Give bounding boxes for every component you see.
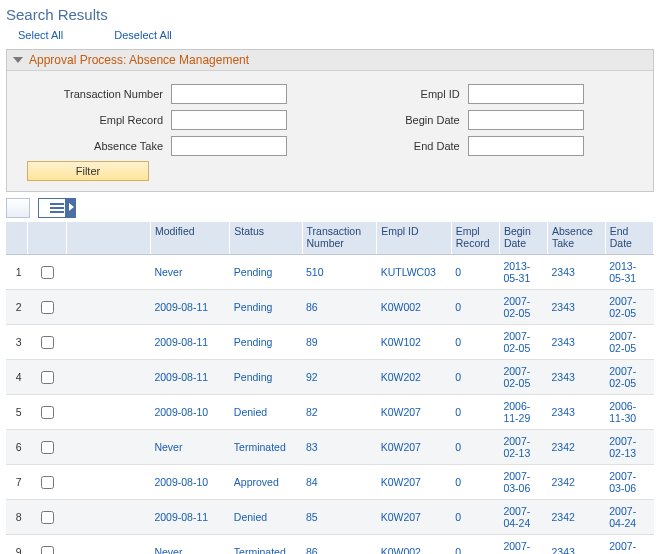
cell-empl-id[interactable]: KUTLWC03 xyxy=(377,255,452,290)
cell-absence-take[interactable]: 2342 xyxy=(548,500,606,535)
cell-modified[interactable]: Never xyxy=(150,535,229,555)
cell-absence-take[interactable]: 2343 xyxy=(548,255,606,290)
cell-status[interactable]: Terminated xyxy=(230,535,302,555)
cell-empl-id[interactable]: K0W207 xyxy=(377,395,452,430)
cell-empl-id[interactable]: K0W202 xyxy=(377,360,452,395)
cell-begin-date[interactable]: 2007-02-05 xyxy=(499,290,547,325)
cell-end-date[interactable]: 2013-05-31 xyxy=(605,255,653,290)
row-checkbox[interactable] xyxy=(41,476,54,489)
section-header[interactable]: Approval Process: Absence Management xyxy=(7,50,653,71)
table-row[interactable]: 32009-08-11Pending89K0W10202007-02-05234… xyxy=(6,325,654,360)
cell-empl-record[interactable]: 0 xyxy=(451,500,499,535)
table-row[interactable]: 82009-08-11Denied85K0W20702007-04-242342… xyxy=(6,500,654,535)
col-modified[interactable]: Modified xyxy=(150,222,229,255)
table-row[interactable]: 9NeverTerminated86K0W00202007-02-0523432… xyxy=(6,535,654,555)
cell-absence-take[interactable]: 2343 xyxy=(548,395,606,430)
cell-status[interactable]: Pending xyxy=(230,290,302,325)
cell-absence-take[interactable]: 2343 xyxy=(548,325,606,360)
cell-begin-date[interactable]: 2007-02-05 xyxy=(499,360,547,395)
cell-empl-id[interactable]: K0W207 xyxy=(377,500,452,535)
cell-modified[interactable]: Never xyxy=(150,255,229,290)
col-empl-record[interactable]: Empl Record xyxy=(451,222,499,255)
cell-transaction-number[interactable]: 86 xyxy=(302,290,377,325)
row-checkbox[interactable] xyxy=(41,266,54,279)
view-columns-button[interactable] xyxy=(38,198,76,218)
cell-begin-date[interactable]: 2007-02-05 xyxy=(499,535,547,555)
table-row[interactable]: 6NeverTerminated83K0W20702007-02-1323422… xyxy=(6,430,654,465)
cell-begin-date[interactable]: 2006-11-29 xyxy=(499,395,547,430)
cell-status[interactable]: Terminated xyxy=(230,430,302,465)
col-end-date[interactable]: End Date xyxy=(605,222,653,255)
absence-take-input[interactable] xyxy=(171,136,287,156)
cell-status[interactable]: Denied xyxy=(230,500,302,535)
cell-empl-record[interactable]: 0 xyxy=(451,255,499,290)
cell-begin-date[interactable]: 2007-03-06 xyxy=(499,465,547,500)
row-checkbox[interactable] xyxy=(41,336,54,349)
cell-end-date[interactable]: 2007-02-05 xyxy=(605,290,653,325)
cell-transaction-number[interactable]: 89 xyxy=(302,325,377,360)
cell-transaction-number[interactable]: 83 xyxy=(302,430,377,465)
cell-end-date[interactable]: 2007-02-05 xyxy=(605,325,653,360)
row-checkbox[interactable] xyxy=(41,371,54,384)
cell-empl-record[interactable]: 0 xyxy=(451,325,499,360)
cell-end-date[interactable]: 2007-04-24 xyxy=(605,500,653,535)
col-empl-id[interactable]: Empl ID xyxy=(377,222,452,255)
cell-absence-take[interactable]: 2342 xyxy=(548,430,606,465)
cell-modified[interactable]: 2009-08-11 xyxy=(150,500,229,535)
row-checkbox[interactable] xyxy=(41,406,54,419)
transaction-number-input[interactable] xyxy=(171,84,287,104)
cell-empl-id[interactable]: K0W207 xyxy=(377,465,452,500)
begin-date-input[interactable] xyxy=(468,110,584,130)
cell-status[interactable]: Pending xyxy=(230,360,302,395)
cell-absence-take[interactable]: 2343 xyxy=(548,360,606,395)
col-transaction-number[interactable]: Transaction Number xyxy=(302,222,377,255)
cell-end-date[interactable]: 2006-11-30 xyxy=(605,395,653,430)
cell-begin-date[interactable]: 2007-04-24 xyxy=(499,500,547,535)
cell-absence-take[interactable]: 2342 xyxy=(548,465,606,500)
cell-empl-record[interactable]: 0 xyxy=(451,430,499,465)
cell-begin-date[interactable]: 2007-02-05 xyxy=(499,325,547,360)
cell-empl-id[interactable]: K0W002 xyxy=(377,290,452,325)
cell-empl-id[interactable]: K0W207 xyxy=(377,430,452,465)
cell-transaction-number[interactable]: 92 xyxy=(302,360,377,395)
cell-end-date[interactable]: 2007-02-05 xyxy=(605,360,653,395)
cell-modified[interactable]: 2009-08-10 xyxy=(150,465,229,500)
select-toggle-button[interactable] xyxy=(6,198,30,218)
table-row[interactable]: 52009-08-10Denied82K0W20702006-11-292343… xyxy=(6,395,654,430)
cell-empl-record[interactable]: 0 xyxy=(451,465,499,500)
cell-modified[interactable]: 2009-08-11 xyxy=(150,360,229,395)
cell-end-date[interactable]: 2007-02-13 xyxy=(605,430,653,465)
cell-status[interactable]: Approved xyxy=(230,465,302,500)
col-absence-take[interactable]: Absence Take xyxy=(548,222,606,255)
cell-empl-record[interactable]: 0 xyxy=(451,360,499,395)
cell-empl-record[interactable]: 0 xyxy=(451,395,499,430)
empl-record-input[interactable] xyxy=(171,110,287,130)
cell-status[interactable]: Pending xyxy=(230,325,302,360)
filter-button[interactable]: Filter xyxy=(27,161,149,181)
cell-end-date[interactable]: 2007-02-05 xyxy=(605,535,653,555)
row-checkbox[interactable] xyxy=(41,546,54,555)
cell-modified[interactable]: 2009-08-11 xyxy=(150,325,229,360)
cell-absence-take[interactable]: 2343 xyxy=(548,290,606,325)
cell-empl-id[interactable]: K0W102 xyxy=(377,325,452,360)
deselect-all-link[interactable]: Deselect All xyxy=(114,29,171,41)
row-checkbox[interactable] xyxy=(41,441,54,454)
select-all-link[interactable]: Select All xyxy=(18,29,63,41)
table-row[interactable]: 42009-08-11Pending92K0W20202007-02-05234… xyxy=(6,360,654,395)
cell-end-date[interactable]: 2007-03-06 xyxy=(605,465,653,500)
cell-transaction-number[interactable]: 510 xyxy=(302,255,377,290)
table-row[interactable]: 22009-08-11Pending86K0W00202007-02-05234… xyxy=(6,290,654,325)
cell-transaction-number[interactable]: 86 xyxy=(302,535,377,555)
cell-transaction-number[interactable]: 84 xyxy=(302,465,377,500)
col-status[interactable]: Status xyxy=(230,222,302,255)
cell-empl-id[interactable]: K0W002 xyxy=(377,535,452,555)
cell-begin-date[interactable]: 2013-05-31 xyxy=(499,255,547,290)
row-checkbox[interactable] xyxy=(41,301,54,314)
cell-modified[interactable]: 2009-08-10 xyxy=(150,395,229,430)
cell-empl-record[interactable]: 0 xyxy=(451,535,499,555)
table-row[interactable]: 72009-08-10Approved84K0W20702007-03-0623… xyxy=(6,465,654,500)
cell-modified[interactable]: Never xyxy=(150,430,229,465)
cell-modified[interactable]: 2009-08-11 xyxy=(150,290,229,325)
cell-absence-take[interactable]: 2343 xyxy=(548,535,606,555)
end-date-input[interactable] xyxy=(468,136,584,156)
